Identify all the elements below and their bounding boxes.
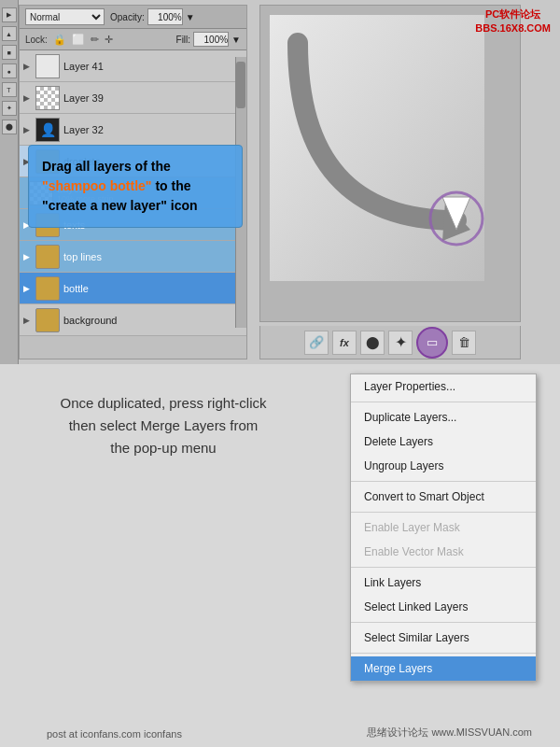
instruction-highlight: "shampoo bottle": [42, 178, 152, 193]
bottom-section: Once duplicated, press right-click then …: [0, 364, 560, 747]
side-btn-6[interactable]: ✦: [2, 101, 17, 116]
blend-mode-select[interactable]: Normal: [25, 8, 105, 25]
menu-enable-vector-mask: Enable Vector Mask: [351, 540, 536, 564]
toolbar-adj-btn[interactable]: ✦: [388, 331, 413, 355]
fill-label: Fill:: [176, 35, 191, 45]
watermark-bottom-right: 思绪设计论坛 www.MISSVUAN.com: [367, 726, 532, 740]
lock-label: Lock:: [25, 35, 48, 45]
layer-thumb-toplines: [35, 245, 60, 269]
watermark-top-line2: BBS.16X8.COM: [475, 21, 551, 35]
menu-delete-layers[interactable]: Delete Layers: [351, 430, 536, 454]
fill-input[interactable]: [193, 32, 229, 47]
layer-name-bg: background: [63, 315, 243, 326]
watermark-bottom-left: post at iconfans.com iconfans: [47, 728, 182, 740]
layer-name-toplines: top lines: [63, 251, 243, 262]
ps-canvas-inner: [270, 15, 484, 281]
menu-sep-5: [351, 622, 536, 623]
instruction-line1: Once duplicated, press right-click: [61, 395, 267, 411]
side-btn-7[interactable]: ⬤: [2, 120, 17, 134]
expand-icon-39: ▶: [23, 93, 30, 103]
layer-item-39[interactable]: ▶ Layer 39: [20, 82, 246, 114]
side-btn-3[interactable]: ■: [2, 45, 17, 60]
instruction-text3: "create a new layer" icon: [42, 198, 198, 213]
layer-name-41: Layer 41: [63, 61, 243, 72]
expand-icon-toplines: ▶: [23, 252, 30, 261]
fill-control: Fill: ▼: [176, 32, 241, 47]
opacity-input[interactable]: [147, 8, 183, 25]
expand-icon-bg: ▶: [23, 316, 30, 325]
layer-item[interactable]: ▶ Layer 41: [20, 50, 246, 82]
menu-duplicate-layers[interactable]: Duplicate Layers...: [351, 405, 536, 430]
expand-icon: ▶: [23, 62, 30, 71]
menu-merge-layers[interactable]: Merge Layers: [351, 656, 536, 681]
menu-select-linked[interactable]: Select Linked Layers: [351, 595, 536, 619]
menu-layer-properties[interactable]: Layer Properties...: [351, 374, 536, 399]
instruction-line3: the pop-up menu: [110, 440, 216, 456]
side-btn-1[interactable]: ▶: [2, 7, 17, 22]
layer-name-32: Layer 32: [63, 124, 243, 135]
watermark-top: PC软件论坛 BBS.16X8.COM: [475, 7, 551, 36]
watermark-top-line1: PC软件论坛: [475, 7, 551, 21]
instruction-box: Drag all layers of the "shampoo bottle" …: [28, 145, 243, 228]
layer-thumb-bg: [35, 308, 60, 332]
ps-toolbar: 🔗 fx ⬤ ✦ ▭ 🗑: [259, 326, 521, 359]
layer-item-bg[interactable]: ▶ background: [20, 304, 246, 336]
top-section: ▶ ▲ ■ ● T ✦ ⬤ Normal Opacity: ▼ Lock: 🔒 …: [0, 0, 560, 364]
side-btn-2[interactable]: ▲: [2, 26, 17, 41]
layer-thumb-41: [35, 54, 60, 78]
layers-scroll-thumb[interactable]: [236, 62, 245, 108]
menu-link-layers[interactable]: Link Layers: [351, 571, 536, 595]
instruction-line2: then select Merge Layers from: [69, 417, 259, 433]
menu-sep-1: [351, 402, 536, 402]
lock-icon[interactable]: 🔒: [53, 34, 66, 46]
layer-thumb-39: [35, 86, 60, 110]
side-btn-5[interactable]: T: [2, 82, 17, 97]
opacity-arrow[interactable]: ▼: [186, 12, 195, 22]
side-btn-4[interactable]: ●: [2, 63, 17, 78]
expand-icon-bottle: ▶: [23, 284, 30, 293]
context-menu: Layer Properties... Duplicate Layers... …: [350, 374, 537, 682]
toolbar-link-btn[interactable]: 🔗: [304, 331, 329, 355]
opacity-label: Opacity:: [110, 12, 145, 22]
menu-select-similar[interactable]: Select Similar Layers: [351, 626, 536, 650]
layers-row2: Lock: 🔒 ⬜ ✏ ✛ Fill: ▼: [20, 29, 246, 50]
toolbar-delete-btn[interactable]: 🗑: [452, 331, 476, 355]
fill-arrow[interactable]: ▼: [231, 35, 241, 45]
layers-header: Normal Opacity: ▼: [20, 6, 246, 29]
lock-transparent-icon[interactable]: ⬜: [72, 34, 85, 46]
layer-name-39: Layer 39: [63, 92, 243, 104]
menu-sep-2: [351, 481, 536, 482]
menu-sep-4: [351, 567, 536, 568]
layer-32-icon: 👤: [40, 122, 56, 137]
toolbar-new-layer-btn[interactable]: ▭: [416, 327, 448, 359]
layer-thumb-32: 👤: [35, 118, 60, 142]
menu-ungroup-layers[interactable]: Ungroup Layers: [351, 454, 536, 478]
lock-brush-icon[interactable]: ✏: [91, 34, 99, 46]
layer-item-toplines[interactable]: ▶ top lines: [20, 241, 246, 273]
menu-sep-6: [351, 653, 536, 654]
menu-convert-smart[interactable]: Convert to Smart Object: [351, 485, 536, 509]
toolbar-fx-btn[interactable]: fx: [332, 331, 357, 355]
expand-icon-32: ▶: [23, 125, 30, 134]
menu-enable-layer-mask: Enable Layer Mask: [351, 515, 536, 540]
instruction-text-block: Once duplicated, press right-click then …: [37, 392, 289, 459]
layer-item-bottle[interactable]: ▶ bottle: [20, 273, 246, 304]
toolbar-mask-btn[interactable]: ⬤: [360, 331, 385, 355]
layer-item-32[interactable]: ▶ 👤 Layer 32: [20, 114, 246, 146]
layer-name-bottle: bottle: [63, 283, 243, 294]
instruction-text1: Drag all layers of the: [42, 159, 171, 174]
side-toolbar: ▶ ▲ ■ ● T ✦ ⬤: [0, 0, 19, 364]
canvas-arrow-svg: [270, 15, 484, 281]
opacity-control: Opacity: ▼: [110, 8, 195, 25]
ps-canvas: [259, 5, 521, 322]
lock-move-icon[interactable]: ✛: [105, 34, 113, 46]
instruction-text2: to the: [155, 178, 190, 193]
menu-sep-3: [351, 512, 536, 513]
layer-thumb-bottle: [35, 276, 60, 301]
